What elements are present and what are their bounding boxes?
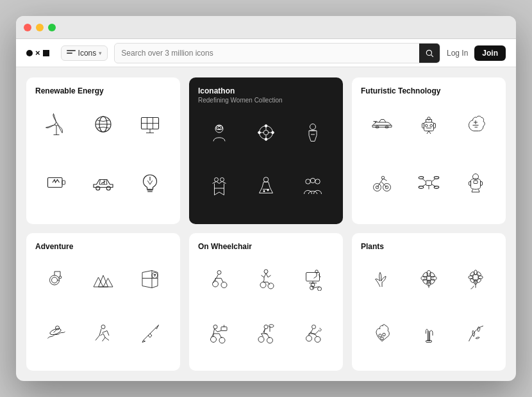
icon-berries bbox=[361, 312, 403, 354]
svg-rect-15 bbox=[62, 181, 65, 184]
svg-rect-75 bbox=[481, 181, 483, 185]
svg-line-110 bbox=[318, 330, 320, 332]
icon-battery bbox=[35, 161, 77, 203]
svg-point-104 bbox=[258, 336, 264, 342]
card-futuristic-technology[interactable]: Futuristic Technology bbox=[352, 77, 506, 224]
svg-rect-76 bbox=[474, 181, 478, 184]
svg-point-69 bbox=[434, 177, 439, 179]
svg-point-26 bbox=[263, 130, 269, 135]
icons-grid bbox=[35, 103, 171, 215]
svg-point-51 bbox=[430, 124, 433, 127]
icon-robot bbox=[408, 103, 449, 145]
icon-scientist bbox=[292, 111, 334, 153]
join-button[interactable]: Join bbox=[474, 45, 506, 61]
icon-solar-panel bbox=[129, 103, 171, 145]
icon-vine bbox=[455, 312, 497, 354]
icon-map-compass bbox=[129, 259, 171, 300]
svg-point-107 bbox=[312, 325, 316, 328]
svg-point-90 bbox=[260, 282, 266, 288]
svg-point-37 bbox=[220, 178, 224, 182]
svg-point-34 bbox=[272, 131, 274, 134]
minimize-button[interactable] bbox=[36, 24, 44, 31]
maximize-button[interactable] bbox=[48, 24, 56, 31]
card-renewable-energy[interactable]: Renewable Energy bbox=[26, 77, 180, 224]
search-input[interactable] bbox=[115, 45, 419, 61]
svg-point-42 bbox=[311, 179, 316, 184]
login-button[interactable]: Log In bbox=[447, 49, 468, 58]
svg-point-105 bbox=[267, 337, 272, 343]
svg-rect-63 bbox=[426, 181, 431, 186]
svg-point-121 bbox=[473, 275, 479, 280]
svg-point-38 bbox=[263, 177, 269, 182]
icon-snorkel bbox=[35, 259, 77, 300]
svg-line-18 bbox=[101, 181, 105, 183]
icon-chemist bbox=[245, 166, 287, 207]
card-title: Iconathon Redefining Women Collection bbox=[198, 86, 334, 104]
icon-wheelchair-dance bbox=[292, 312, 334, 354]
svg-point-40 bbox=[267, 190, 269, 191]
svg-point-16 bbox=[96, 186, 100, 190]
icon-group-women bbox=[292, 166, 334, 207]
icons-dropdown[interactable]: Icons ▾ bbox=[61, 45, 108, 61]
svg-point-99 bbox=[210, 336, 216, 342]
search-button[interactable] bbox=[419, 44, 440, 63]
card-iconathon[interactable]: Iconathon Redefining Women Collection bbox=[189, 77, 343, 224]
icons-grid bbox=[198, 111, 334, 215]
icons-grid bbox=[361, 259, 497, 362]
svg-point-0 bbox=[426, 50, 431, 55]
icon-wheelchair-active bbox=[245, 259, 287, 300]
svg-point-41 bbox=[306, 179, 311, 184]
svg-point-71 bbox=[434, 186, 439, 189]
svg-point-33 bbox=[258, 131, 261, 134]
svg-point-118 bbox=[422, 279, 429, 286]
svg-line-64 bbox=[422, 179, 426, 182]
icon-wheelchair-sport bbox=[198, 259, 240, 300]
svg-point-117 bbox=[429, 271, 436, 279]
svg-point-100 bbox=[219, 337, 225, 343]
icon-flower bbox=[408, 259, 449, 300]
icon-cactus bbox=[408, 312, 449, 354]
icon-surfing bbox=[35, 312, 77, 354]
logo[interactable]: × bbox=[26, 49, 49, 57]
svg-rect-14 bbox=[47, 177, 62, 187]
svg-point-39 bbox=[263, 191, 265, 192]
svg-line-65 bbox=[431, 179, 435, 182]
icon-wind-turbine bbox=[35, 103, 77, 145]
svg-point-81 bbox=[152, 273, 158, 279]
svg-point-97 bbox=[318, 287, 322, 291]
svg-point-87 bbox=[212, 281, 218, 287]
svg-rect-101 bbox=[221, 327, 227, 330]
svg-point-132 bbox=[382, 333, 385, 336]
icons-grid bbox=[35, 259, 171, 362]
svg-line-56 bbox=[427, 131, 429, 134]
main-content: Renewable Energy bbox=[16, 67, 516, 381]
card-on-wheelchair[interactable]: On Wheelchair bbox=[189, 233, 343, 371]
svg-point-103 bbox=[264, 325, 268, 328]
icons-filter-icon bbox=[67, 50, 76, 56]
search-icon bbox=[425, 49, 434, 58]
app-window: × Icons ▾ Log In Join Renewable En bbox=[16, 16, 516, 381]
svg-rect-53 bbox=[422, 123, 424, 128]
svg-point-133 bbox=[380, 337, 383, 340]
icon-network-woman bbox=[245, 111, 287, 153]
close-button[interactable] bbox=[24, 24, 31, 31]
logo-square bbox=[43, 50, 49, 56]
icon-eco-globe bbox=[82, 103, 124, 145]
card-adventure[interactable]: Adventure bbox=[26, 233, 180, 371]
card-subtitle: Redefining Women Collection bbox=[198, 97, 334, 104]
icons-grid bbox=[361, 103, 497, 215]
svg-point-43 bbox=[315, 179, 320, 184]
svg-point-84 bbox=[101, 325, 105, 328]
svg-rect-92 bbox=[306, 273, 320, 282]
svg-rect-54 bbox=[433, 123, 435, 128]
icon-sunflower bbox=[455, 259, 497, 300]
svg-point-109 bbox=[315, 336, 320, 342]
svg-line-1 bbox=[431, 54, 433, 56]
icon-hiking bbox=[82, 312, 124, 354]
card-plants[interactable]: Plants bbox=[352, 233, 506, 371]
svg-point-98 bbox=[213, 325, 217, 328]
svg-point-86 bbox=[217, 271, 221, 275]
icon-electric-car bbox=[82, 161, 124, 203]
card-title: On Wheelchair bbox=[198, 242, 334, 251]
icon-drone bbox=[408, 161, 449, 203]
